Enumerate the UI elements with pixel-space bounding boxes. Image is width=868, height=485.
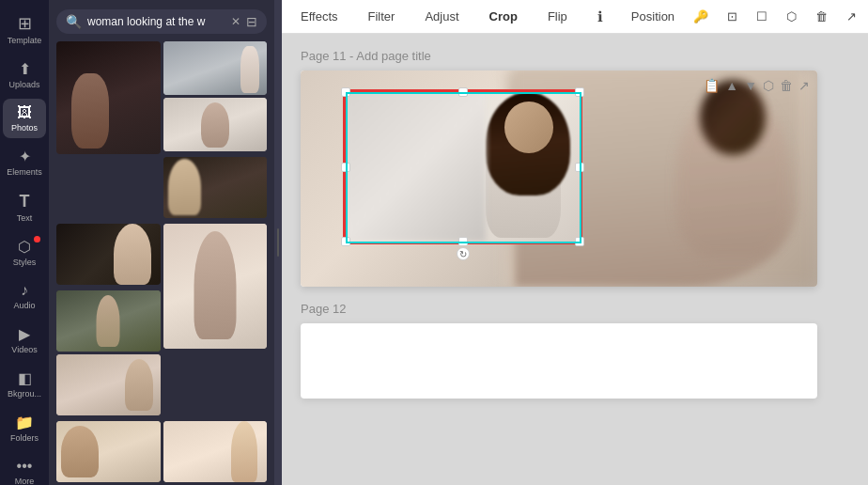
photo-item-4[interactable] [163, 157, 268, 218]
search-input[interactable] [87, 15, 225, 28]
sidebar-label-styles: Styles [13, 258, 37, 267]
sidebar-item-text[interactable]: T Text [3, 186, 46, 228]
sidebar-item-template[interactable]: ⊞ Template [3, 8, 46, 51]
template-icon: ⊞ [18, 13, 32, 34]
photo-item-9[interactable] [56, 421, 161, 482]
toolbar-right: Position 🔑 ⊡ ☐ ⬡ 🗑 ↗ [626, 6, 862, 27]
page-up-icon[interactable]: ▲ [725, 78, 738, 93]
page-down-icon[interactable]: ▼ [744, 78, 757, 93]
sidebar-item-styles-wrap: ⬡ Styles [3, 232, 46, 273]
sidebar-label-photos: Photos [11, 123, 38, 133]
sidebar-label-text: Text [17, 213, 33, 223]
grid-button[interactable]: ⊡ [721, 6, 743, 27]
more-icon: ••• [17, 458, 33, 475]
photo-item-3[interactable] [163, 98, 268, 151]
panel-resize-handle[interactable] [274, 0, 282, 485]
page-12-label: Page 12 [301, 302, 849, 316]
img-bg-blur [346, 92, 486, 242]
image-selection-box[interactable]: ↻ [343, 89, 582, 244]
photo-item-10[interactable] [163, 421, 268, 482]
key-button[interactable]: 🔑 [688, 6, 714, 27]
sidebar-label-audio: Audio [13, 301, 35, 310]
image-content [346, 92, 580, 242]
handle-mid-left[interactable] [341, 163, 350, 172]
sidebar-label-template: Template [8, 36, 42, 45]
page-number-11: Page 11 [301, 49, 346, 63]
share-button[interactable]: ↗ [841, 6, 862, 27]
sidebar-item-more[interactable]: ••• More [3, 452, 46, 485]
canvas-area: Effects Filter Adjust Crop Flip ℹ Positi… [282, 0, 868, 485]
handle-bottom-right[interactable] [575, 237, 584, 246]
sidebar-item-elements[interactable]: ✦ Elements [3, 142, 46, 182]
sidebar-item-audio[interactable]: ♪ Audio [3, 276, 46, 316]
sidebar-label-elements: Elements [7, 167, 42, 177]
photo-item-8[interactable] [56, 354, 161, 415]
handle-bottom-mid[interactable] [458, 237, 468, 246]
frame-button[interactable]: ☐ [751, 6, 773, 27]
handle-top-left[interactable] [341, 87, 350, 97]
photos-icon: 🖼 [17, 104, 32, 121]
elements-icon: ✦ [19, 148, 31, 165]
text-icon: T [20, 192, 30, 211]
sidebar-label-folders: Folders [10, 433, 39, 443]
search-icon: 🔍 [66, 14, 82, 29]
photo-item-6[interactable] [163, 224, 268, 349]
effects-button[interactable]: Effects [293, 6, 346, 27]
audio-icon: ♪ [21, 282, 28, 299]
photo-item-5[interactable] [56, 224, 161, 285]
photo-item-1[interactable] [56, 41, 161, 154]
sidebar-item-videos[interactable]: ▶ Videos [3, 320, 46, 360]
sidebar-label-more: More [15, 477, 35, 485]
rotate-handle[interactable]: ↻ [457, 247, 470, 260]
copy-button[interactable]: ⬡ [781, 6, 802, 27]
page-share-icon[interactable]: ↗ [798, 78, 810, 93]
canvas-page-12[interactable] [301, 323, 817, 399]
crop-button[interactable]: Crop [482, 6, 525, 27]
folders-icon: 📁 [15, 414, 34, 431]
position-button[interactable]: Position [626, 6, 680, 27]
handle-mid-right[interactable] [575, 163, 584, 172]
info-button[interactable]: ℹ [590, 5, 611, 29]
photo-grid [49, 41, 274, 485]
handle-top-mid[interactable] [458, 87, 468, 97]
videos-icon: ▶ [19, 325, 30, 343]
search-clear-button[interactable]: ✕ [231, 15, 240, 28]
adjust-button[interactable]: Adjust [417, 6, 466, 27]
handle-top-right[interactable] [575, 87, 584, 97]
handle-bottom-left[interactable] [341, 237, 350, 246]
page-title-11[interactable]: Add page title [356, 49, 431, 63]
sidebar-label-background: Bkgrou... [8, 389, 41, 399]
search-filter-button[interactable]: ⊟ [246, 14, 257, 29]
styles-badge [34, 236, 40, 242]
page-number-12: Page 12 [301, 302, 346, 316]
sidebar: ⊞ Template ⬆ Uploads 🖼 Photos ✦ Elements… [0, 0, 49, 485]
flip-button[interactable]: Flip [540, 6, 575, 27]
page-11-label: Page 11 - Add page title [301, 49, 849, 63]
page-delete-icon[interactable]: 🗑 [780, 78, 793, 93]
filter-button[interactable]: Filter [361, 6, 403, 27]
img-woman-face [504, 102, 553, 153]
sidebar-item-photos[interactable]: 🖼 Photos [3, 99, 46, 138]
sidebar-item-uploads[interactable]: ⬆ Uploads [3, 55, 46, 95]
sidebar-label-videos: Videos [11, 345, 37, 354]
page-note-icon[interactable]: 📋 [704, 78, 720, 93]
photo-item-2[interactable] [163, 41, 268, 95]
top-toolbar: Effects Filter Adjust Crop Flip ℹ Positi… [282, 0, 868, 34]
page-duplicate-icon[interactable]: ⬡ [763, 78, 774, 93]
photo-item-7[interactable] [56, 290, 161, 352]
canvas-scroll[interactable]: Page 11 - Add page title 📋 ▲ ▼ ⬡ 🗑 ↗ [282, 34, 868, 485]
styles-icon: ⬡ [18, 238, 31, 256]
sidebar-item-folders[interactable]: 📁 Folders [3, 408, 46, 448]
sidebar-label-uploads: Uploads [8, 80, 39, 89]
page-toolbar: 📋 ▲ ▼ ⬡ 🗑 ↗ [704, 78, 810, 93]
canvas-page-11[interactable]: 📋 ▲ ▼ ⬡ 🗑 ↗ [301, 70, 817, 287]
search-bar: 🔍 ✕ ⊟ [56, 9, 267, 34]
sidebar-item-background[interactable]: ◧ Bkgrou... [3, 364, 46, 404]
sidebar-item-styles[interactable]: ⬡ Styles [3, 232, 46, 273]
uploads-icon: ⬆ [19, 60, 31, 78]
search-panel: 🔍 ✕ ⊟ [49, 0, 274, 485]
delete-button[interactable]: 🗑 [810, 6, 833, 27]
background-icon: ◧ [18, 369, 32, 387]
